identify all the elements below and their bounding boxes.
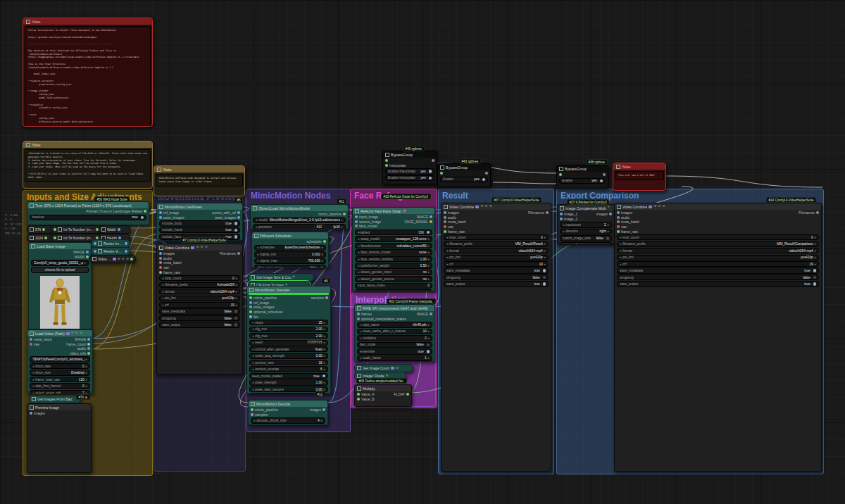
input-slot-dot[interactable] xyxy=(357,398,360,401)
input-slot-dot[interactable] xyxy=(357,313,360,315)
video-combine-export[interactable]: Video Combine⚙⚙⚙imagesFilenamesaudiometa… xyxy=(614,203,822,472)
increment-arrow-icon[interactable]: ▸ xyxy=(428,336,430,340)
increment-arrow-icon[interactable]: ▸ xyxy=(86,384,87,388)
input-slot-dot[interactable] xyxy=(159,261,162,264)
note-getposes[interactable]: NoteMimicMotion GetPoses node designed t… xyxy=(154,165,245,196)
collapse-icon[interactable] xyxy=(357,386,361,391)
widget-Enable[interactable]: Enableyes xyxy=(559,178,606,184)
collapse-icon[interactable] xyxy=(30,236,34,240)
widget-pingpong[interactable]: pingpongfalse xyxy=(444,275,549,280)
decrement-arrow-icon[interactable]: ◂ xyxy=(620,256,621,259)
output-slot-dot[interactable] xyxy=(323,408,325,411)
collapse-icon[interactable] xyxy=(58,227,62,232)
collapse-icon[interactable] xyxy=(251,275,255,279)
increment-arrow-icon[interactable]: ▸ xyxy=(815,236,816,239)
widget-value[interactable]: ?$\WVSdNew\ComfyUI_windows_p▸ xyxy=(30,356,90,362)
decrement-arrow-icon[interactable]: ◂ xyxy=(252,327,254,331)
widget-save-output[interactable]: save_outputtrue xyxy=(444,281,549,286)
collapse-icon[interactable] xyxy=(58,236,62,240)
decrement-arrow-icon[interactable]: ◂ xyxy=(358,237,359,241)
decrement-arrow-icon[interactable]: ◂ xyxy=(252,361,254,365)
output-slot[interactable]: FACE_MODEL xyxy=(404,220,432,224)
widget-clear-cache-after-n-frames[interactable]: ◂clear_cache_after_n_frames10▸ xyxy=(357,329,432,334)
output-slot-dot[interactable] xyxy=(325,296,328,299)
input-slot[interactable]: face_model xyxy=(355,224,377,228)
toggle-knob[interactable] xyxy=(323,374,325,377)
toggle-knob[interactable] xyxy=(141,216,144,219)
input-slot[interactable]: audio xyxy=(159,256,172,260)
decrement-arrow-icon[interactable]: ◂ xyxy=(360,329,361,333)
collapse-icon[interactable] xyxy=(617,205,621,209)
collapse-icon[interactable] xyxy=(30,203,34,208)
input-slot[interactable]: image_1 xyxy=(560,212,577,216)
decrement-arrow-icon[interactable]: ◂ xyxy=(162,290,163,294)
increment-arrow-icon[interactable]: ▸ xyxy=(84,261,86,265)
input-slot-dot[interactable] xyxy=(54,228,56,231)
input-slot-dot[interactable] xyxy=(560,218,563,220)
widget-decode-chunk-size[interactable]: ◂decode_chunk_size4▸ xyxy=(251,417,325,423)
widget-loop-count[interactable]: ◂loop_count0▸ xyxy=(617,234,819,240)
mimicmotion-sampler[interactable]: MimicMotion Samplermimic_pipelinesamples… xyxy=(246,286,331,394)
node-header[interactable]: Load Base Image xyxy=(29,243,91,249)
input-slot[interactable]: source_image xyxy=(355,220,381,224)
widget-value[interactable]: ComfyUI_temp_gsxdu_00021_.png▸ xyxy=(31,260,89,265)
increment-arrow-icon[interactable]: ▸ xyxy=(86,365,87,368)
collapse-icon[interactable] xyxy=(357,306,361,310)
input-slot[interactable]: images xyxy=(159,251,175,256)
input-slot-dot[interactable] xyxy=(559,173,562,176)
widget-direction[interactable]: ◂directionright▸ xyxy=(560,229,612,234)
load-mimicmotion-model[interactable]: (Down)Load MimicMotionModelmimic_pipelin… xyxy=(250,204,349,229)
input-slot-dot[interactable] xyxy=(444,220,446,223)
input-slot-dot[interactable] xyxy=(159,252,162,255)
toggle-knob[interactable] xyxy=(543,269,546,272)
input-slot[interactable]: Value_A xyxy=(357,392,375,396)
output-slot-dot[interactable] xyxy=(42,228,45,231)
increment-arrow-icon[interactable]: ▸ xyxy=(324,381,325,384)
widget-pingpong[interactable]: pingpongfalse xyxy=(617,275,819,280)
input-slot-dot[interactable] xyxy=(159,271,162,274)
input-slot-dot[interactable] xyxy=(444,211,446,214)
input-slot-dot[interactable] xyxy=(617,211,620,214)
toggle-knob[interactable] xyxy=(427,344,430,346)
widget-noise-aug-strength[interactable]: ◂noise_aug_strength0.00▸ xyxy=(249,353,328,358)
output-slot[interactable]: scheduler xyxy=(306,239,326,244)
output-slot[interactable]: pose_images xyxy=(215,215,240,220)
widget-context-overlap[interactable]: ◂context_overlap6▸ xyxy=(249,366,328,372)
input-slot[interactable]: frame_rate xyxy=(159,270,180,275)
input-slot[interactable]: meta_batch xyxy=(159,260,182,265)
input-slot-dot[interactable] xyxy=(159,266,162,269)
load-base-image[interactable]: Load Base ImageIMAGEMASKComfyUI_temp_gsx… xyxy=(28,242,92,329)
video-combine-result[interactable]: Video Combine⚙⚙⚙imagesFilenamesaudiometa… xyxy=(441,203,551,472)
decrement-arrow-icon[interactable]: ◂ xyxy=(358,258,359,261)
widget-pix-fmt[interactable]: ◂pix_fmtyuv420p▸ xyxy=(617,255,819,260)
node-header[interactable]: (Down)Load MimicMotionModel xyxy=(251,205,348,211)
output-slot-dot[interactable] xyxy=(86,256,89,258)
increment-arrow-icon[interactable]: ▸ xyxy=(324,321,325,325)
increment-arrow-icon[interactable]: ▸ xyxy=(428,270,430,274)
input-slot-dot[interactable] xyxy=(355,215,358,218)
int-to-number-1[interactable]: Int To Number (mtb) xyxy=(51,225,101,234)
input-slot-dot[interactable] xyxy=(251,413,254,416)
diffusers-scheduler[interactable]: Diffusers Schedulerscheduler◂schedulerEu… xyxy=(251,232,329,268)
decrement-arrow-icon[interactable]: ◂ xyxy=(360,356,361,360)
output-slot[interactable]: audio xyxy=(77,346,90,351)
increment-arrow-icon[interactable]: ▸ xyxy=(86,371,87,374)
collapse-icon[interactable] xyxy=(355,209,359,213)
input-slot-dot[interactable] xyxy=(54,237,56,239)
increment-arrow-icon[interactable]: ▸ xyxy=(324,388,325,391)
toggle-knob[interactable] xyxy=(234,222,237,225)
collapse-icon[interactable] xyxy=(92,257,96,261)
collapse-icon[interactable] xyxy=(560,206,564,210)
decrement-arrow-icon[interactable]: ◂ xyxy=(162,303,163,307)
decrement-arrow-icon[interactable]: ◂ xyxy=(257,246,258,249)
input-slot[interactable] xyxy=(440,172,444,175)
multiply[interactable]: MultiplyValue_AFLOATValue_B xyxy=(354,384,412,407)
rife-vfi[interactable]: RIFE VFI (recommend rife47 and rife49)fr… xyxy=(354,304,435,362)
output-slot-dot[interactable] xyxy=(87,338,90,341)
collapse-icon[interactable] xyxy=(30,405,34,410)
input-slot[interactable]: meta_batch xyxy=(30,337,52,341)
input-slot[interactable]: images xyxy=(444,210,459,215)
output-slot-dot[interactable] xyxy=(546,211,549,214)
input-slot-dot[interactable] xyxy=(159,257,162,260)
node-header[interactable]: BypassGroup xyxy=(557,165,608,172)
